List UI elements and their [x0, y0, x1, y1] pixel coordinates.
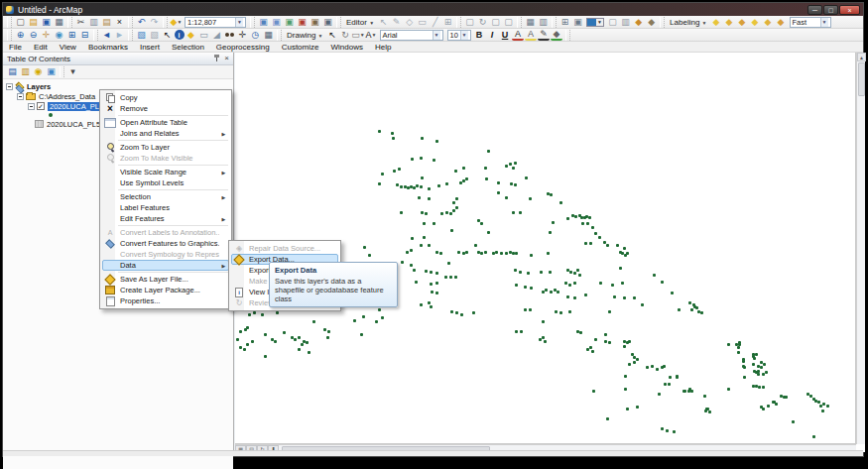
- create-features-icon[interactable]: ▣: [572, 17, 584, 28]
- maximize-button[interactable]: □: [823, 5, 838, 15]
- fixed-zoom-out-icon[interactable]: ⊟: [79, 30, 91, 41]
- go-forward-extent-icon[interactable]: ►: [114, 30, 126, 41]
- hyperlink-icon[interactable]: ◆: [186, 30, 197, 41]
- shape-tool-icon[interactable]: ▭▼: [352, 30, 364, 41]
- catalog-window-icon[interactable]: ▣: [271, 17, 283, 28]
- unselect-annotation-icon[interactable]: ▢: [464, 17, 476, 28]
- menu-view[interactable]: View: [54, 43, 82, 52]
- pin-icon[interactable]: [213, 55, 220, 62]
- toc-options-icon[interactable]: ▾: [67, 66, 79, 77]
- italic-icon[interactable]: I: [486, 30, 498, 41]
- vertical-scroll-thumb[interactable]: [858, 62, 865, 96]
- menu-item-properties[interactable]: Properties...: [102, 295, 229, 306]
- list-by-source-icon[interactable]: ▥: [20, 66, 32, 77]
- font-size-combo[interactable]: 10 ▼: [447, 30, 471, 41]
- search-window-icon[interactable]: ▣: [284, 17, 296, 28]
- zoom-in-icon[interactable]: ⊕: [15, 30, 27, 41]
- error-inspector-icon[interactable]: ◆: [633, 17, 645, 28]
- menu-customize[interactable]: Customize: [276, 43, 325, 52]
- scroll-up-button[interactable]: ▲: [857, 53, 866, 61]
- arctoolbox-window-icon[interactable]: ▣: [297, 17, 309, 28]
- delete-icon[interactable]: ×: [114, 17, 126, 28]
- save-icon[interactable]: ▣: [41, 17, 53, 28]
- full-extent-icon[interactable]: ◉: [54, 30, 65, 41]
- python-window-icon[interactable]: ▣: [310, 17, 321, 28]
- menu-bookmarks[interactable]: Bookmarks: [82, 43, 134, 52]
- editor-arrow-icon[interactable]: ↖: [378, 17, 390, 28]
- layer-checkbox-checked[interactable]: ✓: [37, 102, 45, 110]
- vertical-scrollbar[interactable]: ▲: [856, 53, 865, 444]
- drawing-select-icon[interactable]: ↖: [326, 30, 338, 41]
- map-scale-combo[interactable]: 1:12,807 ▼: [185, 17, 246, 28]
- menu-item-copy[interactable]: Copy: [102, 92, 229, 103]
- open-folder-icon[interactable]: ▤: [28, 17, 40, 28]
- new-group-icon[interactable]: ▢: [607, 17, 619, 28]
- menu-edit[interactable]: Edit: [28, 43, 54, 52]
- sketch-properties-icon[interactable]: ▥: [538, 17, 550, 28]
- curved-annotation-icon[interactable]: ▢: [503, 17, 515, 28]
- cut-polygons-icon[interactable]: ╱: [430, 17, 441, 28]
- font-color-icon[interactable]: A: [512, 30, 524, 41]
- menu-item-visible-scale-range[interactable]: Visible Scale Range▶: [102, 167, 229, 177]
- menu-item-create-layer-package[interactable]: Create Layer Package...: [102, 285, 229, 295]
- close-icon[interactable]: ×: [224, 55, 229, 62]
- menu-item-convert-features-to-graphics[interactable]: Convert Features to Graphics...: [102, 238, 229, 249]
- time-slider-icon[interactable]: ◷: [250, 30, 262, 41]
- list-by-visibility-icon[interactable]: ◉: [33, 66, 45, 77]
- menu-item-joins-and-relates[interactable]: Joins and Relates▶: [102, 128, 229, 139]
- menu-insert[interactable]: Insert: [134, 43, 166, 52]
- label-weight-ranking-icon[interactable]: ◆: [736, 17, 748, 28]
- editor-menu-button[interactable]: Editor ▼: [346, 18, 374, 27]
- font-name-combo[interactable]: Arial ▼: [380, 30, 443, 41]
- close-button[interactable]: ×: [839, 5, 860, 15]
- new-document-icon[interactable]: ▢: [15, 17, 27, 28]
- labeling-mode-combo[interactable]: Fast ▼: [790, 17, 831, 28]
- chevron-down-icon[interactable]: ▼: [235, 18, 243, 27]
- follow-feature-icon[interactable]: ▢: [490, 17, 502, 28]
- toolbar-grip[interactable]: [660, 17, 665, 28]
- collapse-icon[interactable]: [6, 83, 13, 90]
- menu-help[interactable]: Help: [369, 43, 397, 52]
- html-popup-icon[interactable]: ▭: [198, 30, 210, 41]
- menu-geoprocessing[interactable]: Geoprocessing: [210, 43, 276, 52]
- collapse-icon[interactable]: [28, 103, 35, 110]
- menu-item-remove[interactable]: Remove: [102, 103, 229, 114]
- find-icon[interactable]: [224, 30, 236, 41]
- cut-icon[interactable]: ✂: [75, 17, 87, 28]
- menu-selection[interactable]: Selection: [166, 43, 210, 52]
- underline-icon[interactable]: U: [499, 30, 511, 41]
- modelbuilder-window-icon[interactable]: ▣: [322, 17, 334, 28]
- toolbar-grip[interactable]: [7, 17, 12, 28]
- zoom-out-icon[interactable]: ⊖: [28, 30, 40, 41]
- line-color-icon[interactable]: ✎: [538, 30, 550, 41]
- minimize-button[interactable]: ─: [807, 5, 822, 15]
- chevron-down-icon[interactable]: ▼: [433, 31, 440, 40]
- text-tool-icon[interactable]: A▼: [365, 30, 377, 41]
- collapse-icon[interactable]: [17, 93, 24, 100]
- toolbar-grip[interactable]: [456, 17, 461, 28]
- labeling-menu-button[interactable]: Labeling ▼: [670, 18, 706, 27]
- go-to-xy-icon[interactable]: ✛: [237, 30, 249, 41]
- split-tool-icon[interactable]: ⊞: [442, 17, 454, 28]
- view-unplaced-labels-icon[interactable]: ◆: [775, 17, 787, 28]
- toolbar-grip[interactable]: [7, 30, 12, 41]
- print-icon[interactable]: ▦: [54, 17, 65, 28]
- toolbar-grip[interactable]: [565, 30, 570, 41]
- attributes-window-icon[interactable]: ▦: [525, 17, 537, 28]
- rotate-element-icon[interactable]: ↻: [339, 30, 351, 41]
- edit-sketch-icon[interactable]: ✎: [391, 17, 403, 28]
- toolbar-grip[interactable]: [277, 30, 282, 41]
- list-by-selection-icon[interactable]: ▣: [46, 66, 58, 77]
- menu-item-use-symbol-levels[interactable]: Use Symbol Levels: [102, 177, 229, 188]
- label-priority-ranking-icon[interactable]: ◆: [723, 17, 735, 28]
- add-data-icon[interactable]: ◆▼: [171, 17, 183, 28]
- rotate-annotation-icon[interactable]: ↻: [477, 17, 489, 28]
- chevron-down-icon[interactable]: ▼: [820, 18, 828, 27]
- point-symbol-icon[interactable]: [49, 113, 53, 117]
- menu-item-edit-features[interactable]: Edit Features▶: [102, 213, 229, 224]
- clear-selected-features-icon[interactable]: ▧: [149, 30, 161, 41]
- menu-item-selection[interactable]: Selection▶: [102, 191, 229, 202]
- identify-icon[interactable]: i: [175, 30, 185, 40]
- menu-item-save-as-layer-file[interactable]: Save As Layer File...: [102, 274, 229, 285]
- menu-item-zoom-to-layer[interactable]: Zoom To Layer: [102, 142, 229, 153]
